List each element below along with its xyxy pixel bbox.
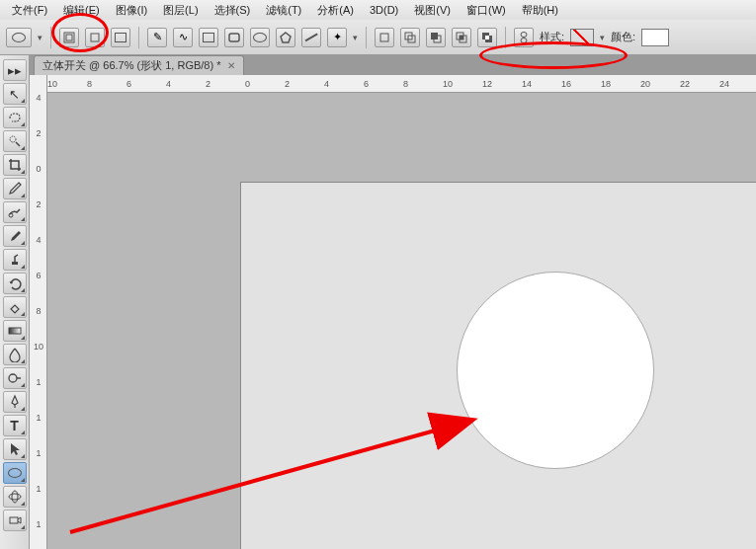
eraser-tool[interactable]	[3, 296, 27, 318]
horizontal-ruler: 108642024681012141618202224	[47, 75, 756, 93]
ruler-tick: 10	[443, 79, 453, 89]
canvas-viewport[interactable]	[47, 93, 756, 549]
crop-tool[interactable]	[3, 154, 27, 176]
type-tool[interactable]: T	[3, 415, 27, 436]
pen-tool[interactable]	[3, 391, 27, 413]
menu-analysis[interactable]: 分析(A)	[309, 1, 362, 20]
menu-help[interactable]: 帮助(H)	[514, 1, 566, 20]
svg-rect-5	[380, 34, 388, 41]
ruler-tick: 10	[33, 342, 44, 352]
ruler-tick: 1	[33, 484, 44, 494]
menu-select[interactable]: 选择(S)	[207, 1, 259, 20]
blur-tool[interactable]	[3, 344, 27, 365]
ruler-tick: 2	[33, 128, 44, 138]
ellipse-icon[interactable]	[250, 28, 270, 47]
color-swatch-button[interactable]	[641, 29, 669, 46]
menu-view[interactable]: 视图(V)	[406, 1, 459, 20]
link-layers-button[interactable]	[514, 28, 534, 47]
close-tab-icon[interactable]: ✕	[227, 60, 235, 71]
fill-pixels-button[interactable]	[111, 28, 130, 47]
svg-point-26	[12, 491, 18, 503]
vertical-ruler: 42024681011111	[30, 75, 47, 549]
separator	[50, 27, 51, 48]
ruler-tick: 1	[33, 448, 44, 458]
svg-point-25	[9, 494, 21, 500]
menu-filter[interactable]: 滤镜(T)	[258, 1, 309, 20]
ruler-tick: 10	[47, 79, 57, 89]
svg-rect-1	[66, 35, 72, 40]
3d-rotate-tool[interactable]	[3, 486, 27, 508]
svg-rect-15	[485, 36, 489, 39]
history-brush-tool[interactable]	[3, 273, 27, 294]
path-mode-intersect-button[interactable]	[452, 28, 471, 47]
ruler-tick: 16	[561, 79, 571, 89]
move-tool[interactable]: ↖	[3, 83, 27, 105]
path-selection-tool[interactable]	[3, 438, 27, 460]
gradient-tool[interactable]	[3, 320, 27, 342]
menu-3d[interactable]: 3D(D)	[362, 2, 406, 18]
line-icon[interactable]	[301, 28, 321, 47]
ruler-tick: 4	[33, 93, 44, 103]
color-label: 颜色:	[611, 30, 635, 44]
separator	[138, 27, 139, 48]
ruler-tick: 2	[206, 79, 210, 89]
svg-rect-2	[91, 34, 99, 41]
collapse-toolbox-button[interactable]: ▸▸	[3, 59, 27, 81]
style-label: 样式:	[540, 30, 564, 44]
svg-line-19	[16, 142, 20, 146]
menu-layer[interactable]: 图层(L)	[155, 1, 206, 20]
eyedropper-tool[interactable]	[3, 178, 27, 199]
dropdown-arrow-icon: ▾	[38, 33, 42, 42]
ruler-tick: 4	[33, 235, 44, 245]
path-mode-subtract-button[interactable]	[426, 28, 446, 47]
ruler-tick: 2	[285, 79, 290, 89]
menu-edit[interactable]: 编辑(E)	[55, 1, 108, 20]
rectangle-icon[interactable]	[199, 28, 218, 47]
ruler-tick: 4	[166, 79, 171, 89]
ruler-tick: 1	[33, 519, 44, 529]
custom-shape-icon[interactable]: ✦	[327, 28, 347, 47]
canvas[interactable]	[240, 182, 756, 549]
brush-tool[interactable]	[3, 225, 27, 247]
document-title: 立体开关 @ 66.7% (形状 1, RGB/8) *	[42, 58, 221, 73]
ruler-tick: 24	[719, 79, 729, 89]
rounded-rect-icon[interactable]	[224, 28, 244, 47]
lasso-tool[interactable]	[3, 107, 27, 128]
ruler-tick: 4	[324, 79, 329, 89]
document-tab[interactable]: 立体开关 @ 66.7% (形状 1, RGB/8) * ✕	[34, 55, 244, 75]
dodge-tool[interactable]	[3, 367, 27, 389]
clone-stamp-tool[interactable]	[3, 249, 27, 271]
ruler-tick: 22	[680, 79, 690, 89]
ruler-tick: 6	[364, 79, 369, 89]
3d-camera-tool[interactable]	[3, 510, 27, 531]
freeform-pen-icon[interactable]: ∿	[173, 28, 193, 47]
ruler-tick: 8	[87, 79, 92, 89]
ruler-tick: 14	[522, 79, 532, 89]
svg-rect-21	[12, 262, 18, 265]
shape-layers-button[interactable]	[59, 28, 79, 47]
style-swatch-button[interactable]	[570, 29, 594, 46]
svg-rect-12	[460, 36, 463, 39]
menu-file[interactable]: 文件(F)	[4, 1, 55, 20]
dropdown-arrow-icon: ▾	[600, 33, 605, 42]
shape-circle[interactable]	[457, 272, 654, 469]
path-mode-exclude-button[interactable]	[477, 28, 497, 47]
ruler-tick: 8	[403, 79, 408, 89]
quick-select-tool[interactable]	[3, 130, 27, 152]
path-mode-add-button[interactable]	[400, 28, 420, 47]
ellipse-shape-tool[interactable]	[3, 462, 27, 484]
svg-point-23	[9, 374, 17, 382]
menu-image[interactable]: 图像(I)	[108, 1, 155, 20]
ruler-tick: 1	[33, 377, 44, 387]
svg-rect-27	[10, 517, 18, 523]
optionsbar: ▾ ✎ ∿ ✦ ▾ 样式: ▾ 颜色:	[0, 20, 756, 55]
svg-rect-3	[229, 34, 239, 41]
svg-point-16	[521, 32, 527, 37]
tool-preset-button[interactable]	[6, 28, 32, 47]
paths-button[interactable]	[85, 28, 105, 47]
path-mode-new-button[interactable]	[375, 28, 394, 47]
polygon-icon[interactable]	[276, 28, 295, 47]
healing-brush-tool[interactable]	[3, 201, 27, 223]
menu-window[interactable]: 窗口(W)	[459, 1, 514, 20]
pen-tool-icon[interactable]: ✎	[147, 28, 167, 47]
